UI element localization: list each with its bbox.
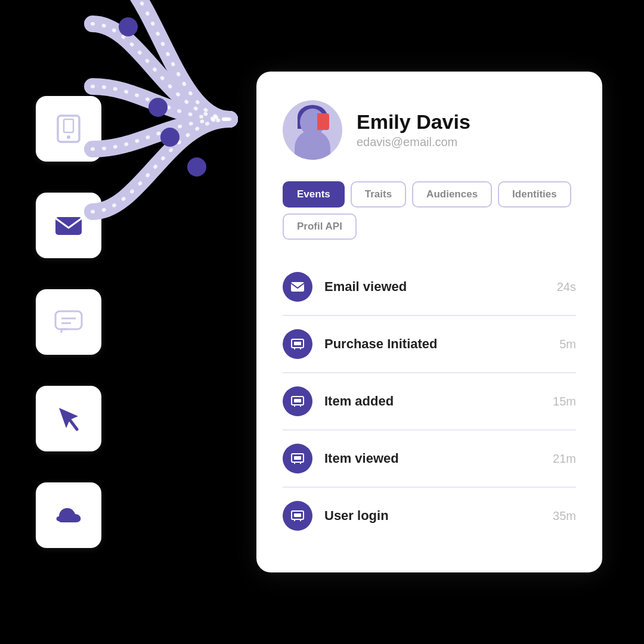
event-name-item-viewed: Item viewed bbox=[324, 451, 553, 466]
svg-point-9 bbox=[160, 128, 179, 147]
svg-rect-22 bbox=[294, 456, 301, 460]
profile-info: Emily Davis edavis@email.com bbox=[357, 111, 470, 149]
user-email: edavis@email.com bbox=[357, 135, 470, 149]
svg-point-7 bbox=[119, 17, 138, 36]
cloud-source bbox=[36, 482, 101, 548]
svg-rect-14 bbox=[294, 342, 301, 345]
event-row: Item viewed 21m bbox=[283, 431, 576, 488]
tab-profil-api[interactable]: Profil API bbox=[283, 213, 357, 240]
tab-events[interactable]: Events bbox=[283, 181, 345, 208]
profile-header: Emily Davis edavis@email.com bbox=[283, 100, 576, 160]
svg-rect-18 bbox=[294, 399, 301, 402]
event-icon-item-viewed bbox=[283, 444, 312, 473]
avatar bbox=[283, 100, 342, 160]
event-icon-item-added bbox=[283, 386, 312, 416]
source-icons bbox=[36, 96, 101, 548]
profile-card: Emily Davis edavis@email.com Events Trai… bbox=[256, 72, 602, 572]
event-icon-purchase bbox=[283, 329, 312, 359]
svg-rect-3 bbox=[55, 217, 82, 235]
tabs-container: Events Traits Audiences Identities Profi… bbox=[283, 181, 576, 240]
event-row: Email viewed 24s bbox=[283, 259, 576, 316]
event-time-item-added: 15m bbox=[553, 395, 576, 408]
svg-rect-26 bbox=[294, 513, 301, 517]
cursor-source bbox=[36, 386, 101, 451]
event-name-item-added: Item added bbox=[324, 394, 553, 409]
chat-source bbox=[36, 289, 101, 355]
event-time-item-viewed: 21m bbox=[553, 452, 576, 466]
svg-rect-1 bbox=[64, 119, 73, 132]
scene: Emily Davis edavis@email.com Events Trai… bbox=[0, 0, 644, 644]
tab-traits[interactable]: Traits bbox=[351, 181, 406, 208]
svg-point-8 bbox=[148, 98, 168, 117]
svg-rect-11 bbox=[291, 282, 304, 292]
event-icon-user-login bbox=[283, 501, 312, 531]
event-name-user-login: User login bbox=[324, 508, 553, 524]
event-row: Purchase Initiated 5m bbox=[283, 316, 576, 373]
event-row: Item added 15m bbox=[283, 373, 576, 431]
event-time-email-viewed: 24s bbox=[557, 280, 576, 294]
event-icon-email-viewed bbox=[283, 272, 312, 302]
svg-point-2 bbox=[67, 135, 70, 139]
tab-audiences[interactable]: Audiences bbox=[412, 181, 492, 208]
event-name-purchase: Purchase Initiated bbox=[324, 336, 559, 352]
connector-lines bbox=[92, 0, 271, 322]
tab-identities[interactable]: Identities bbox=[498, 181, 571, 208]
svg-rect-4 bbox=[55, 311, 82, 329]
event-time-purchase: 5m bbox=[559, 338, 576, 351]
user-name: Emily Davis bbox=[357, 111, 470, 133]
event-name-email-viewed: Email viewed bbox=[324, 279, 557, 295]
event-time-user-login: 35m bbox=[553, 509, 576, 523]
event-row: User login 35m bbox=[283, 488, 576, 544]
events-list: Email viewed 24s Purchase Initiated 5m I… bbox=[283, 259, 576, 544]
svg-point-10 bbox=[187, 157, 206, 177]
email-source bbox=[36, 193, 101, 258]
